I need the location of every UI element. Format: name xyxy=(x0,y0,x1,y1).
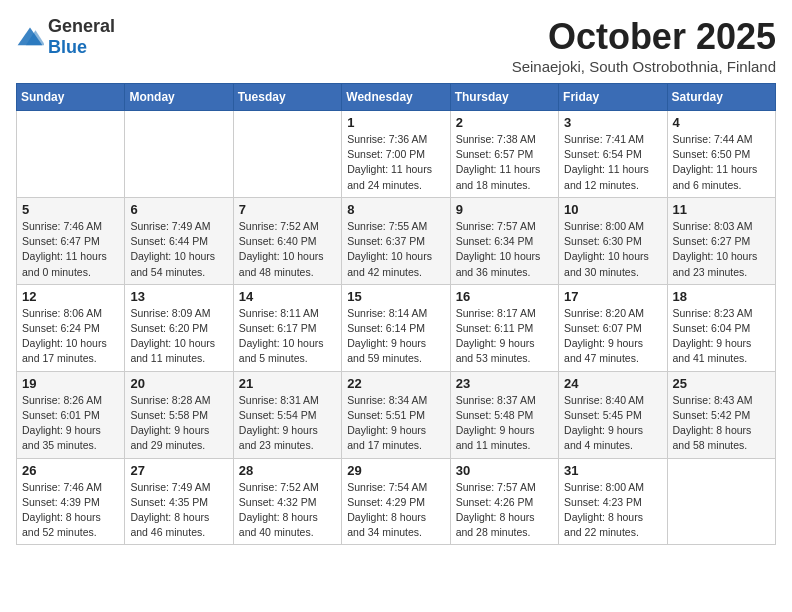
day-info: Sunrise: 8:00 AM Sunset: 4:23 PM Dayligh… xyxy=(564,480,661,541)
calendar-cell: 26Sunrise: 7:46 AM Sunset: 4:39 PM Dayli… xyxy=(17,458,125,545)
calendar-week-5: 26Sunrise: 7:46 AM Sunset: 4:39 PM Dayli… xyxy=(17,458,776,545)
calendar-cell xyxy=(667,458,775,545)
calendar-cell: 9Sunrise: 7:57 AM Sunset: 6:34 PM Daylig… xyxy=(450,197,558,284)
logo-blue: Blue xyxy=(48,37,87,57)
day-number: 15 xyxy=(347,289,444,304)
calendar-cell: 22Sunrise: 8:34 AM Sunset: 5:51 PM Dayli… xyxy=(342,371,450,458)
day-number: 18 xyxy=(673,289,770,304)
calendar-cell: 31Sunrise: 8:00 AM Sunset: 4:23 PM Dayli… xyxy=(559,458,667,545)
day-number: 20 xyxy=(130,376,227,391)
calendar-cell: 15Sunrise: 8:14 AM Sunset: 6:14 PM Dayli… xyxy=(342,284,450,371)
day-info: Sunrise: 8:26 AM Sunset: 6:01 PM Dayligh… xyxy=(22,393,119,454)
day-info: Sunrise: 8:37 AM Sunset: 5:48 PM Dayligh… xyxy=(456,393,553,454)
calendar-cell xyxy=(17,111,125,198)
day-number: 22 xyxy=(347,376,444,391)
day-number: 5 xyxy=(22,202,119,217)
header-row: SundayMondayTuesdayWednesdayThursdayFrid… xyxy=(17,84,776,111)
day-info: Sunrise: 7:46 AM Sunset: 4:39 PM Dayligh… xyxy=(22,480,119,541)
day-info: Sunrise: 8:40 AM Sunset: 5:45 PM Dayligh… xyxy=(564,393,661,454)
calendar-cell: 17Sunrise: 8:20 AM Sunset: 6:07 PM Dayli… xyxy=(559,284,667,371)
day-number: 14 xyxy=(239,289,336,304)
header: General Blue October 2025 Seinaejoki, So… xyxy=(16,16,776,75)
calendar-cell: 12Sunrise: 8:06 AM Sunset: 6:24 PM Dayli… xyxy=(17,284,125,371)
calendar-cell: 23Sunrise: 8:37 AM Sunset: 5:48 PM Dayli… xyxy=(450,371,558,458)
day-number: 3 xyxy=(564,115,661,130)
calendar-cell: 2Sunrise: 7:38 AM Sunset: 6:57 PM Daylig… xyxy=(450,111,558,198)
day-number: 6 xyxy=(130,202,227,217)
day-number: 9 xyxy=(456,202,553,217)
calendar-cell: 27Sunrise: 7:49 AM Sunset: 4:35 PM Dayli… xyxy=(125,458,233,545)
header-cell-sunday: Sunday xyxy=(17,84,125,111)
day-info: Sunrise: 8:14 AM Sunset: 6:14 PM Dayligh… xyxy=(347,306,444,367)
day-number: 7 xyxy=(239,202,336,217)
header-cell-thursday: Thursday xyxy=(450,84,558,111)
day-number: 17 xyxy=(564,289,661,304)
calendar-week-4: 19Sunrise: 8:26 AM Sunset: 6:01 PM Dayli… xyxy=(17,371,776,458)
day-number: 21 xyxy=(239,376,336,391)
day-info: Sunrise: 8:23 AM Sunset: 6:04 PM Dayligh… xyxy=(673,306,770,367)
calendar-cell: 8Sunrise: 7:55 AM Sunset: 6:37 PM Daylig… xyxy=(342,197,450,284)
day-info: Sunrise: 8:20 AM Sunset: 6:07 PM Dayligh… xyxy=(564,306,661,367)
calendar-cell: 19Sunrise: 8:26 AM Sunset: 6:01 PM Dayli… xyxy=(17,371,125,458)
day-info: Sunrise: 7:52 AM Sunset: 6:40 PM Dayligh… xyxy=(239,219,336,280)
day-info: Sunrise: 7:49 AM Sunset: 4:35 PM Dayligh… xyxy=(130,480,227,541)
calendar-cell: 10Sunrise: 8:00 AM Sunset: 6:30 PM Dayli… xyxy=(559,197,667,284)
calendar-cell: 30Sunrise: 7:57 AM Sunset: 4:26 PM Dayli… xyxy=(450,458,558,545)
day-number: 26 xyxy=(22,463,119,478)
calendar-week-3: 12Sunrise: 8:06 AM Sunset: 6:24 PM Dayli… xyxy=(17,284,776,371)
header-cell-friday: Friday xyxy=(559,84,667,111)
day-info: Sunrise: 8:11 AM Sunset: 6:17 PM Dayligh… xyxy=(239,306,336,367)
day-info: Sunrise: 7:54 AM Sunset: 4:29 PM Dayligh… xyxy=(347,480,444,541)
day-number: 28 xyxy=(239,463,336,478)
logo-text: General Blue xyxy=(48,16,115,58)
header-cell-tuesday: Tuesday xyxy=(233,84,341,111)
calendar-week-2: 5Sunrise: 7:46 AM Sunset: 6:47 PM Daylig… xyxy=(17,197,776,284)
header-cell-saturday: Saturday xyxy=(667,84,775,111)
day-info: Sunrise: 7:52 AM Sunset: 4:32 PM Dayligh… xyxy=(239,480,336,541)
header-cell-monday: Monday xyxy=(125,84,233,111)
calendar-cell: 28Sunrise: 7:52 AM Sunset: 4:32 PM Dayli… xyxy=(233,458,341,545)
day-number: 1 xyxy=(347,115,444,130)
day-number: 10 xyxy=(564,202,661,217)
day-number: 4 xyxy=(673,115,770,130)
day-number: 29 xyxy=(347,463,444,478)
day-info: Sunrise: 8:06 AM Sunset: 6:24 PM Dayligh… xyxy=(22,306,119,367)
calendar-cell: 7Sunrise: 7:52 AM Sunset: 6:40 PM Daylig… xyxy=(233,197,341,284)
calendar-cell xyxy=(125,111,233,198)
day-info: Sunrise: 7:55 AM Sunset: 6:37 PM Dayligh… xyxy=(347,219,444,280)
day-info: Sunrise: 7:41 AM Sunset: 6:54 PM Dayligh… xyxy=(564,132,661,193)
calendar-cell xyxy=(233,111,341,198)
day-info: Sunrise: 8:31 AM Sunset: 5:54 PM Dayligh… xyxy=(239,393,336,454)
day-info: Sunrise: 8:03 AM Sunset: 6:27 PM Dayligh… xyxy=(673,219,770,280)
day-number: 8 xyxy=(347,202,444,217)
calendar-cell: 25Sunrise: 8:43 AM Sunset: 5:42 PM Dayli… xyxy=(667,371,775,458)
calendar-cell: 14Sunrise: 8:11 AM Sunset: 6:17 PM Dayli… xyxy=(233,284,341,371)
day-number: 11 xyxy=(673,202,770,217)
logo: General Blue xyxy=(16,16,115,58)
day-number: 25 xyxy=(673,376,770,391)
day-info: Sunrise: 8:17 AM Sunset: 6:11 PM Dayligh… xyxy=(456,306,553,367)
day-info: Sunrise: 7:36 AM Sunset: 7:00 PM Dayligh… xyxy=(347,132,444,193)
day-info: Sunrise: 7:57 AM Sunset: 4:26 PM Dayligh… xyxy=(456,480,553,541)
header-cell-wednesday: Wednesday xyxy=(342,84,450,111)
day-number: 2 xyxy=(456,115,553,130)
calendar-header: SundayMondayTuesdayWednesdayThursdayFrid… xyxy=(17,84,776,111)
calendar-cell: 5Sunrise: 7:46 AM Sunset: 6:47 PM Daylig… xyxy=(17,197,125,284)
day-info: Sunrise: 7:44 AM Sunset: 6:50 PM Dayligh… xyxy=(673,132,770,193)
day-info: Sunrise: 8:28 AM Sunset: 5:58 PM Dayligh… xyxy=(130,393,227,454)
calendar-cell: 20Sunrise: 8:28 AM Sunset: 5:58 PM Dayli… xyxy=(125,371,233,458)
day-number: 16 xyxy=(456,289,553,304)
day-info: Sunrise: 7:57 AM Sunset: 6:34 PM Dayligh… xyxy=(456,219,553,280)
logo-general: General xyxy=(48,16,115,36)
calendar-cell: 3Sunrise: 7:41 AM Sunset: 6:54 PM Daylig… xyxy=(559,111,667,198)
day-number: 19 xyxy=(22,376,119,391)
calendar-cell: 21Sunrise: 8:31 AM Sunset: 5:54 PM Dayli… xyxy=(233,371,341,458)
day-info: Sunrise: 7:49 AM Sunset: 6:44 PM Dayligh… xyxy=(130,219,227,280)
logo-icon xyxy=(16,26,44,48)
page-subtitle: Seinaejoki, South Ostrobothnia, Finland xyxy=(512,58,776,75)
calendar-body: 1Sunrise: 7:36 AM Sunset: 7:00 PM Daylig… xyxy=(17,111,776,545)
calendar-table: SundayMondayTuesdayWednesdayThursdayFrid… xyxy=(16,83,776,545)
calendar-cell: 29Sunrise: 7:54 AM Sunset: 4:29 PM Dayli… xyxy=(342,458,450,545)
day-info: Sunrise: 8:09 AM Sunset: 6:20 PM Dayligh… xyxy=(130,306,227,367)
calendar-cell: 4Sunrise: 7:44 AM Sunset: 6:50 PM Daylig… xyxy=(667,111,775,198)
